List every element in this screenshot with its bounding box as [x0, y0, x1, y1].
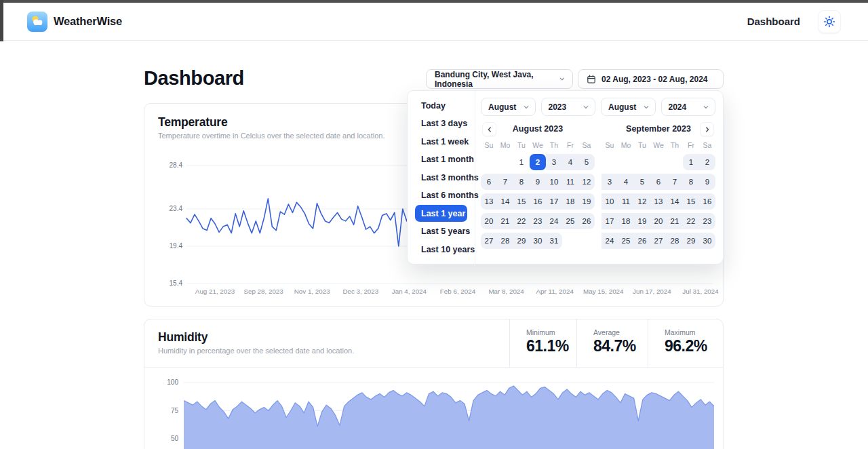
calendar-day[interactable]: 1 [683, 154, 699, 170]
calendar-day[interactable]: 8 [513, 174, 530, 190]
calendar-day[interactable]: 30 [530, 233, 546, 249]
calendar-day[interactable]: 16 [699, 193, 715, 210]
calendar-day[interactable]: 6 [650, 174, 667, 190]
month-title: September 2023 [601, 124, 715, 134]
calendar-day[interactable]: 19 [578, 193, 595, 210]
stat-label: Average [593, 328, 648, 336]
location-select[interactable]: Bandung City, West Java, Indonesia [426, 69, 573, 89]
calendar-day[interactable]: 24 [601, 233, 618, 249]
calendar-day[interactable]: 18 [562, 193, 578, 210]
calendar-day[interactable]: 11 [562, 174, 578, 190]
calendar-day[interactable]: 29 [513, 233, 530, 249]
from-year-value: 2023 [549, 102, 567, 112]
y-axis-label: 23.4 [144, 205, 182, 213]
date-preset-item[interactable]: Last 5 years [415, 223, 467, 240]
calendar-day[interactable]: 4 [618, 174, 634, 190]
calendar-day[interactable]: 22 [513, 213, 530, 229]
date-preset-item[interactable]: Last 1 year [415, 205, 467, 222]
week-row: 10111213141516 [601, 193, 715, 210]
weatherwise-app: WeatherWise Dashboard Dashboard Bandung … [0, 0, 868, 449]
humidity-card: Humidity Humidity in percentage over the… [144, 319, 724, 449]
nav-link-dashboard[interactable]: Dashboard [747, 16, 800, 27]
calendar-day[interactable]: 29 [683, 233, 699, 249]
calendar-day[interactable]: 16 [530, 193, 546, 210]
calendar-day[interactable]: 26 [578, 213, 595, 229]
y-axis-label: 50 [144, 435, 178, 443]
calendar-day[interactable]: 13 [650, 193, 667, 210]
sun-icon [823, 16, 835, 28]
calendar-day[interactable]: 30 [699, 233, 715, 249]
calendar-day[interactable]: 26 [634, 233, 650, 249]
calendar-day[interactable]: 7 [667, 174, 683, 190]
calendar-day[interactable]: 4 [562, 154, 578, 170]
calendar-day[interactable]: 13 [481, 193, 497, 210]
date-preset-item[interactable]: Last 3 days [415, 115, 467, 132]
date-range-button[interactable]: 02 Aug, 2023 - 02 Aug, 2024 [578, 69, 724, 89]
calendar-day[interactable]: 19 [634, 213, 650, 229]
calendar-day[interactable]: 18 [618, 213, 634, 229]
theme-toggle-button[interactable] [818, 10, 841, 33]
calendar-day[interactable]: 17 [601, 213, 618, 229]
calendar-day[interactable]: 10 [601, 193, 618, 210]
date-preset-item[interactable]: Last 10 years [415, 241, 467, 258]
calendar-day[interactable]: 2 [699, 154, 715, 170]
calendar-day-blank [497, 154, 513, 170]
calendar-day[interactable]: 15 [513, 193, 530, 210]
calendar-day[interactable]: 21 [497, 213, 513, 229]
calendar-day[interactable]: 21 [667, 213, 683, 229]
calendar-day[interactable]: 27 [481, 233, 497, 249]
weekday-label: Sa [699, 139, 715, 152]
next-month-button[interactable] [700, 122, 714, 136]
calendar-day[interactable]: 28 [667, 233, 683, 249]
calendar-day[interactable]: 6 [481, 174, 497, 190]
calendar-day[interactable]: 5 [578, 154, 595, 170]
weekday-label: Tu [513, 139, 530, 152]
calendar-day[interactable]: 31 [546, 233, 562, 249]
calendar-day[interactable]: 22 [683, 213, 699, 229]
calendar-day[interactable]: 7 [497, 174, 513, 190]
calendar-day[interactable]: 2 [530, 154, 546, 170]
calendar-day[interactable]: 25 [618, 233, 634, 249]
calendar-day[interactable]: 3 [546, 154, 562, 170]
calendar-day[interactable]: 28 [497, 233, 513, 249]
calendar-icon [587, 75, 596, 84]
to-month-value: August [608, 102, 636, 112]
calendar-day[interactable]: 12 [578, 174, 595, 190]
stat-value: 96.2% [665, 337, 723, 355]
page-title: Dashboard [144, 67, 244, 90]
date-preset-item[interactable]: Today [415, 97, 467, 114]
calendar-day[interactable]: 5 [634, 174, 650, 190]
from-month-select[interactable]: August [481, 98, 536, 116]
calendar-day[interactable]: 1 [513, 154, 530, 170]
calendar-day[interactable]: 9 [699, 174, 715, 190]
calendar-day[interactable]: 12 [634, 193, 650, 210]
calendar-day[interactable]: 8 [683, 174, 699, 190]
calendar-day[interactable]: 17 [546, 193, 562, 210]
calendar-day[interactable]: 15 [683, 193, 699, 210]
brand[interactable]: WeatherWise [27, 12, 122, 32]
calendar-day[interactable]: 11 [618, 193, 634, 210]
calendar-day[interactable]: 10 [546, 174, 562, 190]
calendar-day[interactable]: 14 [667, 193, 683, 210]
to-month-select[interactable]: August [601, 98, 656, 116]
calendar-day[interactable]: 20 [650, 213, 667, 229]
chevron-down-icon [583, 104, 589, 111]
date-preset-item[interactable]: Last 6 months [415, 187, 467, 204]
from-year-select[interactable]: 2023 [541, 98, 596, 116]
calendar-day[interactable]: 20 [481, 213, 497, 229]
calendar-day[interactable]: 25 [562, 213, 578, 229]
calendar-day[interactable]: 9 [530, 174, 546, 190]
date-preset-item[interactable]: Last 3 months [415, 169, 467, 186]
stat-value: 61.1% [526, 337, 576, 355]
calendar-day[interactable]: 14 [497, 193, 513, 210]
calendar-day[interactable]: 23 [699, 213, 715, 229]
date-preset-item[interactable]: Last 1 month [415, 151, 467, 168]
calendar-day[interactable]: 27 [650, 233, 667, 249]
calendar-day[interactable]: 3 [601, 174, 618, 190]
date-preset-item[interactable]: Last 1 week [415, 133, 467, 150]
to-year-select[interactable]: 2024 [661, 98, 716, 116]
window-edge-left [0, 0, 3, 41]
calendar-day[interactable]: 23 [530, 213, 546, 229]
calendar-day[interactable]: 24 [546, 213, 562, 229]
y-axis-label: 15.4 [144, 279, 182, 288]
